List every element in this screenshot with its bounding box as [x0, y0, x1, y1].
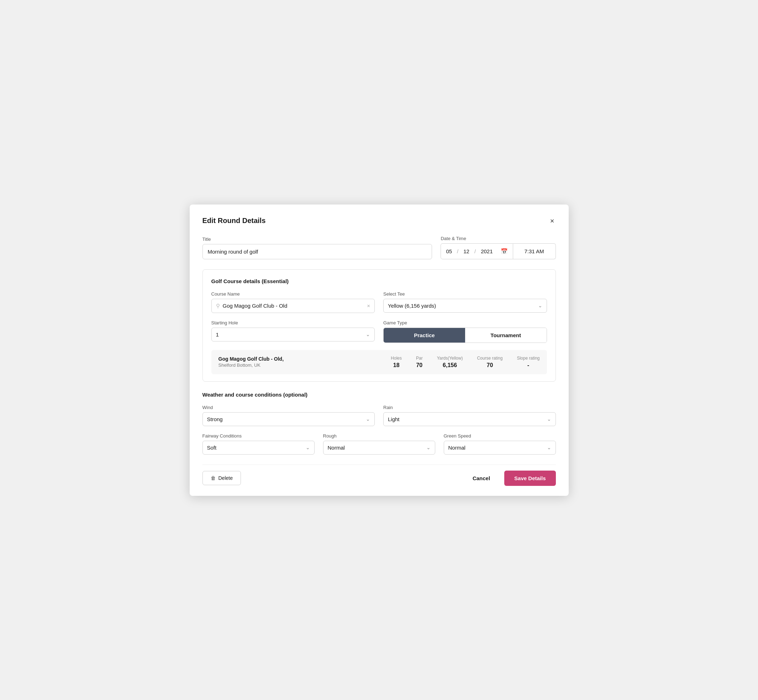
course-rating-stat: Course rating 70 [477, 356, 503, 369]
par-value: 70 [416, 362, 423, 369]
date-day: 12 [464, 248, 469, 254]
course-rating-label: Course rating [477, 356, 503, 361]
fairway-label: Fairway Conditions [202, 433, 315, 439]
chevron-down-icon-4: ⌄ [547, 416, 551, 422]
tournament-button[interactable]: Tournament [465, 328, 547, 342]
course-name-input[interactable] [223, 303, 365, 309]
holes-value: 18 [393, 362, 399, 369]
calendar-icon: 📅 [501, 248, 508, 255]
rough-dropdown[interactable]: Normal ⌄ [323, 441, 435, 455]
hole-gametype-row: Starting Hole 1 ⌄ Game Type Practice Tou… [211, 320, 547, 343]
title-field-group: Title [202, 236, 432, 259]
cancel-button[interactable]: Cancel [467, 472, 496, 485]
datetime-inputs: 05 / 12 / 2021 📅 7:31 AM [440, 243, 556, 259]
course-tee-row: Course Name ⚲ × Select Tee Yellow (6,156… [211, 291, 547, 313]
rain-label: Rain [383, 405, 556, 410]
green-speed-label: Green Speed [444, 433, 556, 439]
wind-dropdown[interactable]: Strong ⌄ [202, 412, 375, 426]
datetime-label: Date & Time [440, 236, 556, 241]
select-tee-value: Yellow (6,156 yards) [388, 303, 436, 309]
search-icon: ⚲ [216, 303, 220, 309]
date-sep2: / [475, 248, 476, 254]
select-tee-label: Select Tee [383, 291, 547, 297]
rough-group: Rough Normal ⌄ [323, 433, 435, 455]
datetime-field-group: Date & Time 05 / 12 / 2021 📅 7:31 AM [440, 236, 556, 259]
close-button[interactable]: × [549, 216, 556, 226]
chevron-down-icon-2: ⌄ [366, 331, 370, 337]
par-stat: Par 70 [416, 356, 423, 369]
starting-hole-dropdown[interactable]: 1 ⌄ [211, 328, 375, 341]
course-name-group: Course Name ⚲ × [211, 291, 375, 313]
game-type-label: Game Type [383, 320, 547, 325]
par-label: Par [416, 356, 423, 361]
slope-rating-stat: Slope rating - [517, 356, 539, 369]
course-location: Shelford Bottom, UK [219, 362, 377, 368]
weather-title: Weather and course conditions (optional) [202, 392, 556, 398]
golf-course-title: Golf Course details (Essential) [211, 278, 547, 284]
starting-hole-value: 1 [216, 331, 219, 338]
chevron-down-icon: ⌄ [538, 303, 542, 308]
chevron-down-icon-5: ⌄ [306, 445, 310, 450]
yards-value: 6,156 [443, 362, 457, 369]
starting-hole-label: Starting Hole [211, 320, 375, 325]
green-speed-value: Normal [448, 445, 465, 451]
course-name-main: Gog Magog Golf Club - Old, [219, 356, 377, 362]
course-name-label: Course Name [211, 291, 375, 297]
starting-hole-group: Starting Hole 1 ⌄ [211, 320, 375, 343]
rough-label: Rough [323, 433, 435, 439]
course-name-input-wrap[interactable]: ⚲ × [211, 299, 375, 313]
time-input[interactable]: 7:31 AM [513, 243, 556, 259]
green-speed-group: Green Speed Normal ⌄ [444, 433, 556, 455]
date-input[interactable]: 05 / 12 / 2021 📅 [440, 243, 513, 259]
fairway-rough-green-row: Fairway Conditions Soft ⌄ Rough Normal ⌄… [202, 433, 556, 455]
modal-header: Edit Round Details × [202, 216, 556, 226]
slope-rating-label: Slope rating [517, 356, 539, 361]
game-type-group: Game Type Practice Tournament [383, 320, 547, 343]
rain-dropdown[interactable]: Light ⌄ [383, 412, 556, 426]
select-tee-dropdown[interactable]: Yellow (6,156 yards) ⌄ [383, 299, 547, 312]
date-sep1: / [457, 248, 458, 254]
yards-label: Yards(Yellow) [437, 356, 463, 361]
title-input[interactable] [202, 244, 432, 259]
footer-row: 🗑 Delete Cancel Save Details [202, 464, 556, 486]
wind-group: Wind Strong ⌄ [202, 405, 375, 426]
date-month: 05 [446, 248, 452, 254]
course-rating-value: 70 [487, 362, 493, 369]
rain-group: Rain Light ⌄ [383, 405, 556, 426]
modal-title: Edit Round Details [202, 217, 266, 225]
weather-section: Weather and course conditions (optional)… [202, 392, 556, 455]
delete-label: Delete [219, 475, 233, 481]
holes-label: Holes [391, 356, 402, 361]
wind-value: Strong [207, 416, 223, 422]
practice-button[interactable]: Practice [384, 328, 465, 342]
select-tee-group: Select Tee Yellow (6,156 yards) ⌄ [383, 291, 547, 313]
game-type-toggle: Practice Tournament [383, 328, 547, 343]
fairway-group: Fairway Conditions Soft ⌄ [202, 433, 315, 455]
trash-icon: 🗑 [211, 475, 216, 481]
golf-course-section: Golf Course details (Essential) Course N… [202, 269, 556, 382]
top-row: Title Date & Time 05 / 12 / 2021 📅 7:31 … [202, 236, 556, 259]
delete-button[interactable]: 🗑 Delete [202, 471, 241, 485]
clear-icon[interactable]: × [367, 303, 370, 309]
rough-value: Normal [328, 445, 345, 451]
rain-value: Light [388, 416, 399, 422]
course-info-bar: Gog Magog Golf Club - Old, Shelford Bott… [211, 350, 547, 374]
chevron-down-icon-3: ⌄ [366, 416, 370, 422]
chevron-down-icon-7: ⌄ [547, 445, 551, 450]
title-label: Title [202, 236, 432, 242]
slope-rating-value: - [528, 362, 529, 369]
holes-stat: Holes 18 [391, 356, 402, 369]
right-buttons: Cancel Save Details [467, 470, 556, 486]
fairway-value: Soft [207, 445, 217, 451]
chevron-down-icon-6: ⌄ [426, 445, 431, 450]
fairway-dropdown[interactable]: Soft ⌄ [202, 441, 315, 455]
date-year: 2021 [481, 248, 493, 254]
save-button[interactable]: Save Details [504, 470, 556, 486]
yards-stat: Yards(Yellow) 6,156 [437, 356, 463, 369]
course-name-block: Gog Magog Golf Club - Old, Shelford Bott… [219, 356, 377, 368]
green-speed-dropdown[interactable]: Normal ⌄ [444, 441, 556, 455]
edit-round-modal: Edit Round Details × Title Date & Time 0… [190, 205, 568, 496]
wind-rain-row: Wind Strong ⌄ Rain Light ⌄ [202, 405, 556, 426]
wind-label: Wind [202, 405, 375, 410]
time-value: 7:31 AM [524, 248, 544, 254]
